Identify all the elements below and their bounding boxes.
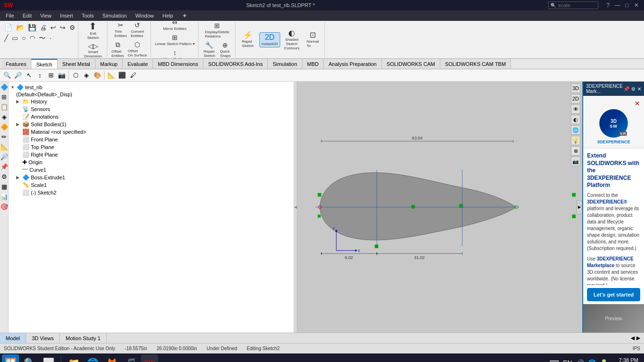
panel-collapse-btn[interactable]: ▶ bbox=[577, 200, 582, 214]
tab-simulation[interactable]: Simulation bbox=[268, 59, 302, 69]
scroll-left-btn[interactable]: ◀ bbox=[631, 335, 635, 341]
sidebar-icon-3[interactable]: 📋 bbox=[0, 102, 9, 111]
panel-resize-handle[interactable]: ◀ bbox=[294, 82, 297, 333]
sidebar-icon-6[interactable]: ✏ bbox=[0, 132, 8, 141]
lighting-icon[interactable]: 💡 bbox=[571, 136, 580, 145]
smart-dimension-button[interactable]: ◁▷ SmartDimension bbox=[82, 42, 104, 59]
hide-show-icon[interactable]: 👁 bbox=[571, 104, 580, 114]
language-indicator[interactable]: EN bbox=[563, 359, 572, 362]
tab-features[interactable]: Features bbox=[1, 59, 31, 69]
menu-view[interactable]: View bbox=[37, 12, 56, 19]
tab-sketch[interactable]: Sketch bbox=[31, 59, 57, 69]
minimize-button[interactable]: — bbox=[614, 1, 621, 9]
convert-entities-button[interactable]: ↺ ConvertEntities bbox=[129, 21, 145, 39]
view-sketch-icons[interactable]: 🖊 bbox=[128, 70, 138, 81]
trim-entities-button[interactable]: ✂ TrimEntities bbox=[113, 21, 128, 39]
rapid-sketch-button[interactable]: ⚡ RapidSketch bbox=[238, 30, 257, 49]
close-button[interactable]: ✕ bbox=[633, 1, 640, 9]
view-camera[interactable]: 📷 bbox=[57, 70, 67, 81]
view-wireframe[interactable]: ◈ bbox=[81, 70, 92, 81]
sidebar-icon-13[interactable]: 🎯 bbox=[0, 202, 9, 211]
section-icon[interactable]: ⊗ bbox=[571, 146, 580, 156]
undo-button[interactable]: ↩ bbox=[49, 23, 57, 32]
tree-right-plane[interactable]: ⬜ Right Plane bbox=[9, 151, 294, 158]
view-color[interactable]: 🎨 bbox=[92, 70, 103, 81]
taskview-button[interactable]: ⬜ bbox=[40, 354, 57, 362]
rectangle-tool[interactable]: ▭ bbox=[10, 33, 19, 44]
move-entities-button[interactable]: ↕ Move Entities bbox=[162, 48, 188, 59]
menu-edit[interactable]: Edit bbox=[19, 12, 36, 19]
offset-surface-button[interactable]: ⬡ OffsetOn Surface bbox=[126, 40, 148, 59]
tree-scale1[interactable]: 📏 Scale1 bbox=[9, 181, 294, 189]
btab-model[interactable]: Model bbox=[0, 333, 26, 343]
network-icon[interactable]: 🌐 bbox=[588, 359, 596, 362]
print-button[interactable]: 🖨 bbox=[38, 23, 48, 32]
spline-tool[interactable]: 〜 bbox=[38, 33, 47, 44]
scene-icon[interactable]: 🌐 bbox=[571, 125, 580, 135]
panel-logo-close-btn[interactable]: ✕ bbox=[635, 100, 640, 107]
toolbar-customize[interactable]: ✦ bbox=[182, 12, 188, 19]
menu-simulation[interactable]: Simulation bbox=[99, 12, 131, 19]
quick-snaps-button[interactable]: ⊕ QuickSnaps bbox=[218, 40, 232, 59]
options-button[interactable]: ⚙ bbox=[68, 23, 77, 32]
sidebar-icon-7[interactable]: 📐 bbox=[0, 142, 9, 151]
maximize-button[interactable]: □ bbox=[623, 1, 631, 9]
linear-pattern-button[interactable]: ⊞ Linear Sketch Pattern ▾ bbox=[154, 33, 196, 47]
tab-evaluate[interactable]: Evaluate bbox=[123, 59, 153, 69]
sidebar-icon-8[interactable]: 🔎 bbox=[0, 152, 9, 161]
panel-3dx-header[interactable]: 3DEXPERIENCE Mark... 📌 ⚙ ✕ bbox=[583, 82, 644, 96]
menu-file[interactable]: File bbox=[2, 12, 18, 19]
panel-pin-icon[interactable]: 📌 bbox=[624, 86, 629, 92]
view-rotate[interactable]: ↕ bbox=[35, 70, 45, 81]
search-input[interactable] bbox=[558, 2, 596, 8]
sketch-canvas-area[interactable]: 63.04 bbox=[297, 82, 582, 333]
tree-root[interactable]: ▼ 🔷 test_rib bbox=[9, 84, 294, 91]
taskbar-solidworks[interactable]: SW bbox=[141, 354, 158, 362]
speaker-icon[interactable]: 🔊 bbox=[576, 359, 584, 362]
taskbar-spotify[interactable]: 🎵 bbox=[122, 354, 139, 362]
sidebar-icon-12[interactable]: 📊 bbox=[0, 192, 9, 201]
view-dimension[interactable]: 📐 bbox=[106, 70, 116, 81]
panel-settings-icon[interactable]: ⚙ bbox=[631, 86, 635, 92]
view-zoom-in[interactable]: 🔍 bbox=[2, 70, 12, 81]
start-button[interactable]: 🪟 bbox=[2, 354, 19, 362]
open-button[interactable]: 📂 bbox=[15, 23, 26, 32]
tree-solid-bodies[interactable]: ▶ 📦 Solid Bodies(1) bbox=[9, 121, 294, 128]
view-section[interactable]: ⊞ bbox=[46, 70, 56, 81]
shaded-sketch-button[interactable]: ◐ ShadedSketchContours bbox=[282, 28, 301, 51]
normal-to-button[interactable]: ⊡ NormalTo bbox=[303, 30, 322, 49]
sidebar-icon-9[interactable]: 📌 bbox=[0, 162, 9, 171]
get-started-button[interactable]: Let's get started bbox=[587, 288, 640, 301]
btab-motion-study[interactable]: Motion Study 1 bbox=[60, 333, 106, 343]
display-delete-button[interactable]: ⊞ Display/DeleteRelations bbox=[203, 21, 231, 39]
sidebar-icon-5[interactable]: 🔶 bbox=[0, 122, 9, 131]
circle-tool[interactable]: ○ bbox=[20, 33, 27, 44]
keyboard-icon[interactable]: ⌨ bbox=[549, 359, 559, 362]
save-button[interactable]: 💾 bbox=[27, 23, 38, 32]
redo-button[interactable]: ↪ bbox=[58, 23, 67, 32]
sidebar-icon-11[interactable]: ▦ bbox=[0, 182, 8, 191]
sidebar-icon-4[interactable]: ◈ bbox=[1, 112, 8, 121]
tree-sensors[interactable]: 📡 Sensors bbox=[9, 105, 294, 113]
tab-sheet-metal[interactable]: Sheet Metal bbox=[57, 59, 95, 69]
new-button[interactable]: 📄 bbox=[3, 23, 14, 32]
tree-origin[interactable]: ✚ Origin bbox=[9, 158, 294, 166]
taskbar-firefox[interactable]: 🦊 bbox=[103, 354, 120, 362]
menu-insert[interactable]: Insert bbox=[56, 12, 77, 19]
tab-mbd[interactable]: MBD bbox=[303, 59, 324, 69]
tree-front-plane[interactable]: ⬜ Front Plane bbox=[9, 136, 294, 143]
tab-markup[interactable]: Markup bbox=[95, 59, 123, 69]
btab-3d-views[interactable]: 3D Views bbox=[26, 333, 60, 343]
exit-sketch-button[interactable]: ⬆ ExitSketch bbox=[84, 21, 103, 41]
help-button[interactable]: ? bbox=[604, 1, 612, 9]
clock-display[interactable]: 7:38 PM 2020-08-17 bbox=[612, 357, 638, 362]
tab-mbd-dimensions[interactable]: MBD Dimensions bbox=[153, 59, 203, 69]
sidebar-icon-1[interactable]: 🔷 bbox=[0, 83, 9, 92]
arc-tool[interactable]: ◠ bbox=[28, 33, 37, 44]
point-tool[interactable]: · bbox=[48, 33, 53, 44]
tab-analysis-prep[interactable]: Analysis Preparation bbox=[324, 59, 382, 69]
menu-tools[interactable]: Tools bbox=[78, 12, 98, 19]
menu-window[interactable]: Window bbox=[132, 12, 158, 19]
camera-perspective-icon[interactable]: 📷 bbox=[571, 157, 580, 166]
display-style-icon[interactable]: ◐ bbox=[571, 115, 580, 124]
